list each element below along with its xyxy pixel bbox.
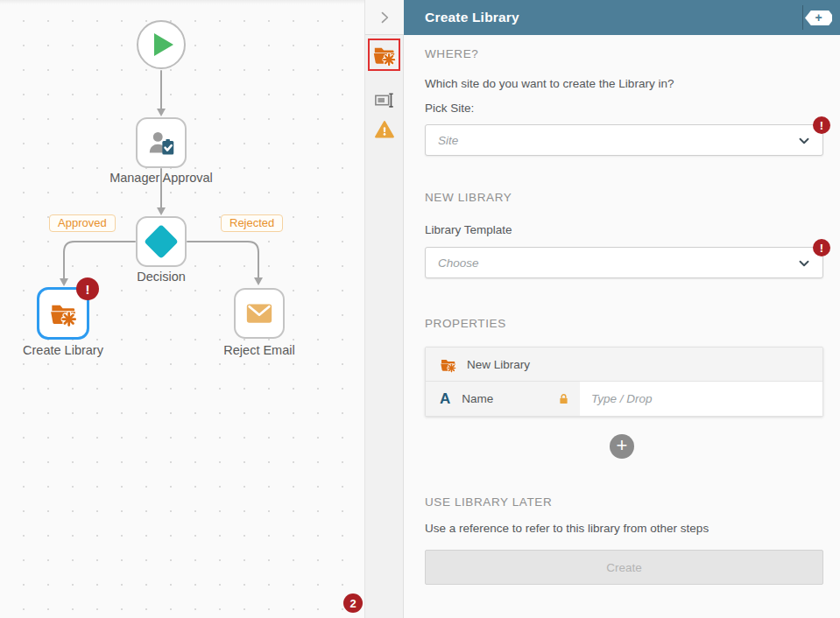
branch-label-approved[interactable]: Approved <box>49 214 116 232</box>
property-name-cell: A Name <box>426 382 580 416</box>
chevron-right-icon <box>376 9 393 26</box>
site-select[interactable]: Site ! <box>425 124 823 156</box>
envelope-icon <box>244 298 274 328</box>
chevron-down-icon <box>796 133 812 149</box>
section-heading-where: WHERE? <box>425 47 478 60</box>
header-divider <box>802 5 803 30</box>
config-panel-body: WHERE? Which site do you want to create … <box>404 35 840 618</box>
site-validation-error-badge: ! <box>813 116 830 134</box>
properties-card-title: New Library <box>467 358 530 371</box>
library-template-placeholder: Choose <box>438 256 479 270</box>
node-error-badge: ! <box>76 277 99 300</box>
property-row-name: A Name Type / Drop <box>426 382 822 416</box>
property-name-label: Name <box>462 392 493 405</box>
rail-tab-create-library[interactable] <box>368 39 400 71</box>
properties-card: New Library A Name Type / Drop <box>425 347 823 417</box>
reject-email-node[interactable] <box>234 288 285 339</box>
template-validation-error-badge: ! <box>813 239 830 256</box>
use-later-description: Use a reference to refer to this library… <box>425 522 709 535</box>
property-name-placeholder: Type / Drop <box>591 392 653 405</box>
person-task-icon <box>145 127 177 158</box>
property-name-input[interactable]: Type / Drop <box>580 382 822 416</box>
new-library-folder-icon <box>372 43 396 67</box>
decision-label: Decision <box>137 270 186 284</box>
create-reference-button[interactable]: Create <box>425 550 823 585</box>
create-library-node[interactable]: ! <box>37 287 89 340</box>
add-property-button[interactable]: + <box>610 434 634 459</box>
manager-approval-node[interactable] <box>136 117 187 168</box>
config-rail <box>365 0 404 618</box>
panel-title: Create Library <box>425 10 519 25</box>
lock-icon-wrap <box>555 390 572 407</box>
rename-icon <box>374 89 396 111</box>
play-icon <box>154 33 173 56</box>
decision-node[interactable] <box>136 216 187 267</box>
chevron-down-icon <box>796 256 812 271</box>
section-heading-new-library: NEW LIBRARY <box>425 191 512 204</box>
where-question-text: Which site do you want to create the Lib… <box>425 77 674 90</box>
workflow-designer-app: Manager Approval Approved Rejected Decis… <box>0 0 840 618</box>
add-variable-button[interactable]: + <box>805 11 832 25</box>
workflow-canvas[interactable]: Manager Approval Approved Rejected Decis… <box>0 0 365 618</box>
new-library-folder-icon <box>49 299 77 327</box>
site-select-placeholder: Site <box>438 134 458 147</box>
rail-tab-warnings[interactable] <box>372 118 397 141</box>
pick-site-label: Pick Site: <box>425 102 474 115</box>
reject-email-label: Reject Email <box>223 343 294 357</box>
new-library-folder-icon <box>440 356 456 373</box>
warning-triangle-icon <box>374 119 395 140</box>
section-heading-use-library-later: USE LIBRARY LATER <box>425 495 552 509</box>
rail-tab-rename[interactable] <box>371 88 398 111</box>
library-template-label: Library Template <box>425 223 512 236</box>
library-template-select[interactable]: Choose ! <box>425 247 823 278</box>
lock-icon <box>555 390 572 407</box>
config-panel: Create Library + WHERE? Which site do yo… <box>404 0 840 618</box>
error-count-badge[interactable]: 2 <box>343 593 363 613</box>
decision-diamond-icon <box>144 224 179 259</box>
manager-approval-label: Manager Approval <box>109 171 213 185</box>
create-library-label: Create Library <box>23 343 103 357</box>
section-heading-properties: PROPERTIES <box>425 317 506 330</box>
branch-label-rejected[interactable]: Rejected <box>221 214 283 232</box>
properties-card-header: New Library <box>426 348 822 382</box>
start-node[interactable] <box>137 20 186 69</box>
text-type-icon: A <box>440 390 450 408</box>
collapse-panel-button[interactable] <box>365 0 404 35</box>
config-panel-header: Create Library + <box>404 0 840 35</box>
